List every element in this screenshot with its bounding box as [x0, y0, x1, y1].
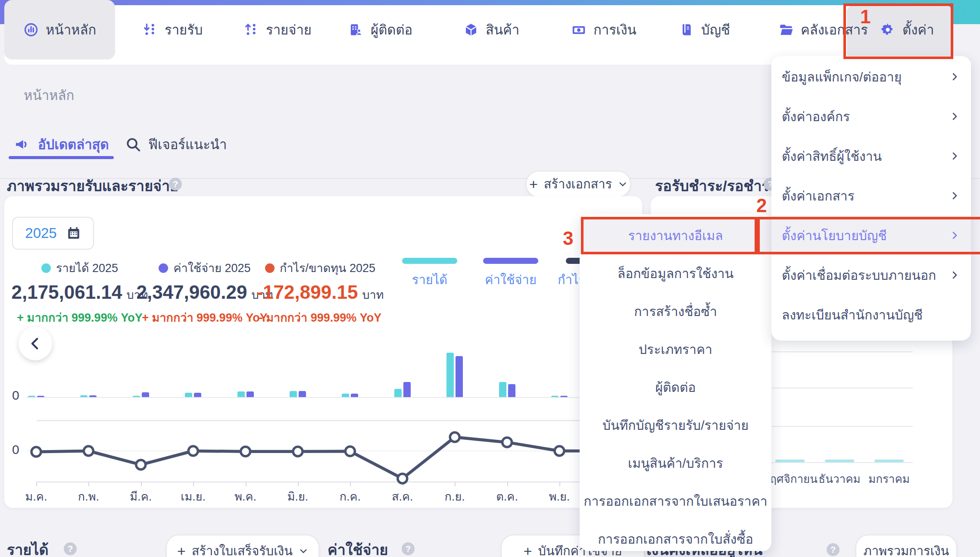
stat-yoy: - มากกว่า 999.99% YoY — [259, 308, 382, 327]
nav-item-2[interactable]: รายรับ — [142, 0, 203, 59]
x-axis-tick — [559, 482, 560, 486]
expense-bar — [351, 394, 358, 397]
x-axis-label: ก.ย. — [429, 487, 481, 506]
settings-menu-item-label: ตั้งค่าองค์กร — [782, 106, 949, 127]
breadcrumb: หน้าหลัก — [24, 84, 74, 106]
legend-toggle-1[interactable]: รายได้ — [402, 258, 458, 290]
policy-submenu-item-label: ประเภทราคา — [639, 339, 712, 360]
expense-bar — [247, 391, 254, 397]
nav-item-5[interactable]: สินค้า — [463, 0, 519, 59]
x-axis-label: ส.ค. — [377, 487, 428, 506]
pending-mini-bar — [874, 460, 904, 462]
expense-help-icon[interactable]: ? — [402, 542, 415, 555]
revenue-bar — [342, 394, 349, 397]
x-axis-label: ก.พ. — [62, 487, 114, 506]
finance-overview-button[interactable]: ภาพรวมการเงิน — [855, 535, 957, 557]
product-icon — [463, 22, 479, 38]
revenue-bar — [394, 389, 402, 397]
policy-submenu-item-8[interactable]: การออกเอกสารจากใบเสนอราคา — [580, 482, 771, 519]
app-canvas: หน้าหลักรายรับรายจ่ายผู้ติดต่อสินค้าการเ… — [0, 0, 980, 557]
charts-divider — [37, 420, 634, 421]
x-axis-tick — [88, 482, 89, 486]
settings-menu-item-1[interactable]: ข้อมูลแพ็กเกจ/ต่ออายุ — [771, 57, 971, 96]
policy-submenu-item-5[interactable]: ผู้ติดต่อ — [580, 369, 771, 406]
nav-item-1[interactable]: หน้าหลัก — [4, 0, 115, 59]
chart-prev-button[interactable] — [19, 327, 52, 360]
settings-menu-item-2[interactable]: ตั้งค่าองค์กร — [771, 97, 971, 136]
x-axis-label: ก.ค. — [324, 487, 376, 506]
line-chart-axis — [37, 482, 634, 482]
revenue-bar — [28, 396, 35, 397]
chevron-right-icon — [949, 151, 960, 161]
year-selector[interactable]: 2025 — [12, 217, 94, 250]
nav-item-4[interactable]: ผู้ติดต่อ — [348, 0, 412, 59]
nav-item-6[interactable]: การเงิน — [571, 0, 637, 59]
policy-submenu-item-label: การสร้างชื่อซ้ำ — [634, 301, 717, 322]
tab-latest-updates-label: อัปเดตล่าสุด — [38, 134, 109, 155]
x-axis-label: ม.ค. — [10, 487, 62, 506]
settings-menu-item-7[interactable]: ลงทะเบียนสำนักงานบัญชี — [771, 295, 971, 334]
policy-submenu-item-4[interactable]: ประเภทราคา — [580, 331, 771, 368]
legend-label: รายได้ — [412, 270, 447, 290]
chevron-right-icon — [949, 230, 960, 241]
x-axis-tick — [403, 482, 403, 486]
expense-bar — [299, 391, 306, 397]
nav-item-label: คลังเอกสาร — [801, 19, 868, 41]
settings-menu-item-5[interactable]: ตั้งค่านโยบายบัญชี — [771, 216, 971, 255]
chevron-right-icon — [949, 111, 960, 122]
expense-bar — [194, 393, 201, 397]
settings-menu-item-3[interactable]: ตั้งค่าสิทธิ์ผู้ใช้งาน — [771, 137, 971, 175]
nav-item-8[interactable]: คลังเอกสาร — [778, 0, 868, 59]
nav-item-label: ผู้ติดต่อ — [371, 19, 412, 41]
stat-yoy: + มากกว่า 999.99% YoY — [142, 308, 267, 327]
x-axis-tick — [193, 482, 194, 486]
revenue-bar — [185, 393, 192, 397]
policy-submenu-item-1[interactable]: รายงานทางอีเมล — [580, 217, 771, 254]
overview-chart-card — [4, 196, 642, 508]
bar-chart-baseline — [26, 397, 634, 398]
expense-list-icon — [243, 22, 259, 38]
policy-submenu-item-label: ผู้ติดต่อ — [655, 377, 696, 397]
nav-item-label: รายรับ — [165, 19, 203, 41]
settings-menu-item-6[interactable]: ตั้งค่าเชื่อมต่อระบบภายนอก — [771, 256, 971, 294]
policy-submenu-item-2[interactable]: ล็อกข้อมูลการใช้งาน — [580, 255, 771, 292]
chevron-right-icon — [949, 270, 960, 280]
policy-submenu-item-9[interactable]: การออกเอกสารจากใบสั่งซื้อ — [580, 520, 771, 557]
nav-item-7[interactable]: บัญชี — [679, 0, 730, 59]
nav-item-3[interactable]: รายจ่าย — [243, 0, 312, 59]
create-document-label: สร้างเอกสาร — [544, 174, 612, 194]
settings-menu-item-label: ตั้งค่าสิทธิ์ผู้ใช้งาน — [782, 146, 949, 166]
stat-label: ค่าใช้จ่าย 2025 — [159, 259, 250, 277]
x-axis-label: เม.ย. — [167, 487, 219, 506]
settings-menu-item-label: ตั้งค่าเชื่อมต่อระบบภายนอก — [782, 265, 949, 285]
legend-toggle-2[interactable]: ค่าใช้จ่าย — [483, 258, 539, 290]
income-help-icon[interactable]: ? — [64, 542, 77, 555]
revenue-bar — [551, 396, 559, 397]
nav-item-9[interactable]: ตั้งค่า — [880, 0, 934, 59]
create-document-button[interactable]: + สร้างเอกสาร — [526, 171, 631, 197]
legend-color-bar — [402, 258, 457, 264]
contacts-icon — [348, 22, 364, 38]
nav-item-label: การเงิน — [593, 19, 637, 41]
settings-menu-item-label: ตั้งค่านโยบายบัญชี — [782, 225, 949, 246]
policy-submenu-item-7[interactable]: เมนูสินค้า/บริการ — [580, 444, 771, 482]
policy-submenu-item-3[interactable]: การสร้างชื่อซ้ำ — [580, 293, 771, 330]
chevron-down-icon — [618, 179, 627, 189]
search-icon — [125, 136, 141, 153]
legend-label: ค่าใช้จ่าย — [485, 270, 537, 290]
cash-help-icon[interactable]: ? — [827, 543, 840, 556]
nav-item-label: สินค้า — [486, 19, 519, 41]
settings-menu-item-label: ลงทะเบียนสำนักงานบัญชี — [782, 305, 971, 325]
expense-bar — [37, 396, 44, 397]
overview-section-title: ภาพรวมรายรับและรายจ่าย — [7, 174, 178, 197]
stat-dot — [159, 263, 168, 273]
tab-latest-updates[interactable]: อัปเดตล่าสุด — [14, 134, 109, 155]
policy-submenu-item-6[interactable]: บันทึกบัญชีรายรับ/รายจ่าย — [580, 407, 771, 444]
settings-menu-item-4[interactable]: ตั้งค่าเอกสาร — [771, 176, 971, 215]
overview-help-icon[interactable]: ? — [169, 178, 182, 191]
year-value: 2025 — [25, 225, 56, 241]
stat-3: กำไร/ขาดทุน 2025-172,899.15บาท- มากกว่า … — [249, 259, 391, 327]
create-receipt-button[interactable]: + สร้างใบเสร็จรับเงิน — [166, 535, 319, 557]
tab-recommended-features[interactable]: ฟีเจอร์แนะนำ — [125, 134, 227, 155]
policy-submenu-item-label: เมนูสินค้า/บริการ — [628, 453, 723, 473]
